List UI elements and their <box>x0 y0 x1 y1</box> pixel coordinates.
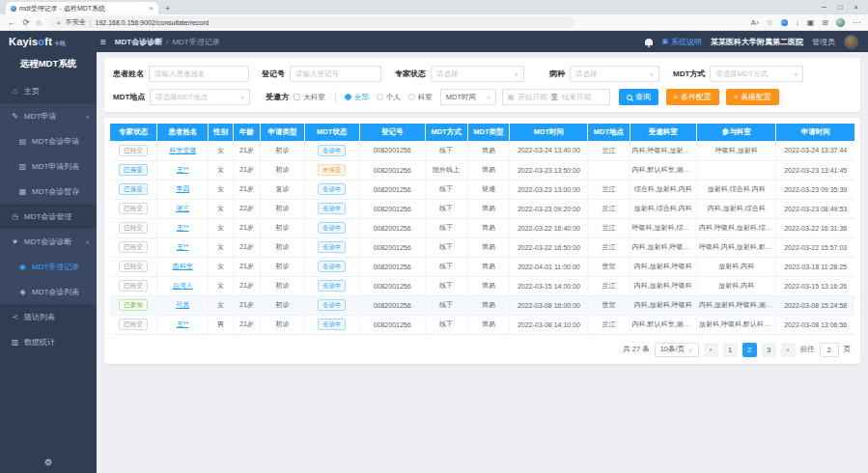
chevron-down-icon: ∨ <box>486 94 490 100</box>
search-button[interactable]: 查询 <box>619 89 658 105</box>
sidebar-item-2[interactable]: ▤MDT会诊申请 <box>0 128 97 153</box>
radio-all[interactable]: 全部 <box>345 93 369 102</box>
mdt-mode-cell: 线下 <box>425 276 467 295</box>
mdt-status-badge: 会诊中 <box>318 145 347 156</box>
window-controls: ─ □ × <box>822 3 868 12</box>
sidebar-item-label: 数据统计 <box>24 337 55 348</box>
expert-status-badge: 已转交 <box>119 203 148 214</box>
notification-bell-icon[interactable] <box>645 39 653 45</box>
patient-name-link[interactable]: 王** <box>177 166 188 173</box>
minimize-icon[interactable]: ─ <box>822 3 826 12</box>
extension-icon[interactable] <box>781 19 788 26</box>
age-cell: 21岁 <box>233 276 261 295</box>
apply-time-cell: 2022-03-23 08:49:53 <box>776 199 854 218</box>
system-help-link[interactable]: ▣系统说明 <box>661 37 702 47</box>
read-aloud-icon[interactable]: A› <box>751 18 759 27</box>
condition-config-button[interactable]: ≡条件配置 <box>666 89 719 105</box>
sidebar-item-7[interactable]: ◉MDT受理记录 <box>0 254 97 279</box>
patient-name-link[interactable]: 科室受邀 <box>169 147 196 153</box>
patient-name-link[interactable]: 台湾人 <box>173 282 193 289</box>
apply-type-cell: 初诊 <box>261 237 304 257</box>
sidebar-item-10[interactable]: ▥数据统计 <box>0 329 97 354</box>
user-role: 管理员 <box>812 37 835 47</box>
page-button-1[interactable]: 1 <box>723 343 738 357</box>
register-no-input[interactable] <box>290 66 381 82</box>
browser-profile-avatar[interactable] <box>836 18 845 27</box>
mdt-status-badge: 会诊中 <box>318 299 347 311</box>
collapse-sidebar-icon[interactable]: ≡ <box>100 37 106 47</box>
apply-type-cell: 复诊 <box>261 180 304 199</box>
sidebar-item-1[interactable]: ✎MDT申请∧ <box>0 103 97 128</box>
mdt-time-cell: 2022-03-22 16:40:00 <box>510 218 588 237</box>
search-icon <box>627 95 632 100</box>
patient-name-input[interactable] <box>149 66 249 82</box>
settings-gear-icon[interactable]: ⚙ <box>0 458 97 467</box>
mdt-location-cell <box>588 160 630 180</box>
disease-select[interactable]: 请选择∨ <box>570 66 659 82</box>
home-icon[interactable]: ⌂ <box>37 18 42 27</box>
apply-type-cell: 初诊 <box>261 257 304 276</box>
sidebar-item-3[interactable]: ▥MDT申请列表 <box>0 153 97 179</box>
sidebar-item-label: MDT申请 <box>24 111 56 122</box>
sidebar-item-6[interactable]: ♥MDT会诊诊断∧ <box>0 229 97 254</box>
mdt-status-badge: 会诊中 <box>318 261 347 272</box>
page-size-select[interactable]: 10条/页∨ <box>655 343 699 357</box>
chevron-down-icon: ∨ <box>650 70 654 77</box>
sidebar-item-0[interactable]: ⌂主页 <box>0 78 97 103</box>
browser-toolbar-icons: A› ☆ ↓ ▣ ⊞ ⋯ <box>751 18 860 27</box>
collections-icon[interactable]: ▣ <box>807 18 815 27</box>
url-input[interactable]: ▲ 不安全 | 192.168.0.156:9002/consultate/re… <box>48 16 574 28</box>
restore-icon[interactable]: □ <box>838 3 843 12</box>
user-avatar[interactable] <box>844 35 858 49</box>
downloads-icon[interactable]: ↓ <box>796 18 799 27</box>
goto-page-input[interactable] <box>820 343 839 357</box>
favorite-star-icon[interactable]: ☆ <box>767 18 773 27</box>
patient-name-link[interactable]: 王** <box>177 243 188 250</box>
close-window-icon[interactable]: × <box>854 3 858 12</box>
checkbox-big-department[interactable]: 大科室 <box>294 93 325 102</box>
tab-close-icon[interactable]: × <box>149 4 154 13</box>
new-tab-button[interactable]: + <box>165 4 170 14</box>
mdt-location-cell: 世贸 <box>588 295 630 315</box>
page-button-2[interactable]: 2 <box>742 343 757 357</box>
table-row: 已转交 王** 男 21岁 初诊 会诊中 0082001256 线下 简易 20… <box>110 315 854 334</box>
more-menu-icon[interactable]: ⋯ <box>853 18 860 27</box>
sidebar-item-label: MDT会诊申请 <box>32 136 79 147</box>
sidebar-item-8[interactable]: ◈MDT会诊列表 <box>0 279 97 304</box>
back-icon[interactable]: ← <box>8 18 16 27</box>
patient-name-link[interactable]: 张三 <box>176 205 189 211</box>
sidebar-item-label: MDT会诊暂存 <box>32 186 79 197</box>
sidebar-item-label: 主页 <box>24 86 40 97</box>
page-button-3[interactable]: 3 <box>762 343 776 357</box>
mdt-type-cell: 疑难 <box>467 180 510 199</box>
prev-page-button[interactable]: ‹ <box>704 343 718 357</box>
radio-personal[interactable]: 个人 <box>377 93 401 102</box>
sidebar-item-label: MDT会诊列表 <box>32 287 79 297</box>
browser-tab[interactable]: mdt受理记录 - 远程MDT系统 × <box>6 2 158 14</box>
patient-name-link[interactable]: 图科室 <box>173 263 193 269</box>
mdt-time-cell: 2022-03-23 09:20:00 <box>510 199 588 218</box>
mdt-time-select[interactable]: MDT时间∨ <box>440 89 496 105</box>
date-range-input[interactable]: ▦ 开始日期 至 结束日期 <box>502 89 610 105</box>
table-config-button[interactable]: ≡表格配置 <box>726 89 779 105</box>
sidebar-item-9[interactable]: ≺随访列表 <box>0 304 97 329</box>
apps-icon[interactable]: ⊞ <box>822 18 828 27</box>
invited-departments-cell: 内科,默认科室,测试科室 <box>630 315 696 334</box>
sidebar-item-5[interactable]: ◷MDT会诊管理 <box>0 204 97 229</box>
radio-department[interactable]: 科室 <box>408 93 433 102</box>
refresh-icon[interactable]: ⟳ <box>23 18 30 27</box>
apply-time-cell: 2022-03-18 11:28:25 <box>776 257 854 276</box>
browser-tab-bar: mdt受理记录 - 远程MDT系统 × + ─ □ × <box>0 0 868 14</box>
patient-name-link[interactable]: 王** <box>177 224 188 231</box>
patient-name-link[interactable]: 可其 <box>176 301 189 308</box>
sidebar-item-4[interactable]: ▦MDT会诊暂存 <box>0 179 97 204</box>
mdt-location-cell: 兰江 <box>588 218 630 237</box>
mdt-mode-select[interactable]: 请选择MDT方式∨ <box>710 66 803 82</box>
next-page-button[interactable]: › <box>781 343 796 357</box>
patient-name-link[interactable]: 王** <box>177 320 188 327</box>
patient-name-link[interactable]: 李四 <box>176 185 189 192</box>
gender-cell: 女 <box>209 199 233 218</box>
mdt-mode-cell: 线下 <box>425 141 467 160</box>
mdt-location-select[interactable]: 请选择MDT地点∨ <box>150 89 250 105</box>
expert-status-select[interactable]: 请选择∨ <box>431 66 524 82</box>
